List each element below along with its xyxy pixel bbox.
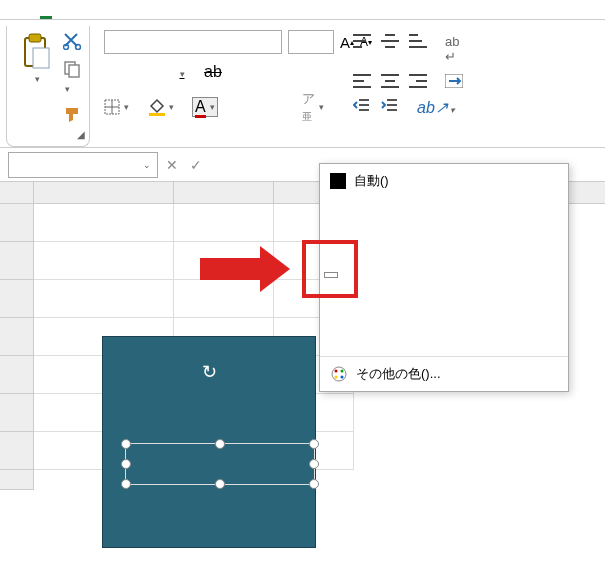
row-header[interactable] — [0, 470, 33, 490]
theme-colors-label — [320, 198, 568, 208]
row-header[interactable] — [0, 242, 33, 280]
bucket-icon — [147, 98, 165, 116]
ribbon-tabs — [0, 0, 605, 20]
row-header[interactable] — [0, 394, 33, 432]
row-header[interactable] — [0, 280, 33, 318]
svg-rect-2 — [33, 48, 49, 68]
theme-color-variants — [320, 218, 568, 336]
bold-button[interactable] — [104, 60, 130, 84]
border-icon — [104, 99, 120, 115]
resize-handle[interactable] — [309, 439, 319, 449]
formula-tools: ✕ ✓ — [166, 157, 214, 173]
fill-color-button[interactable]: ▾ — [147, 98, 174, 116]
column-header[interactable] — [34, 182, 174, 203]
chevron-down-icon: ▾ — [319, 102, 324, 112]
rotate-handle-icon[interactable]: ↻ — [202, 361, 217, 383]
orientation-button[interactable]: ab↗▾ — [417, 98, 455, 117]
row-header[interactable] — [0, 356, 33, 394]
resize-handle[interactable] — [309, 479, 319, 489]
copy-icon — [63, 60, 81, 78]
underline-button[interactable]: ▾ — [168, 60, 194, 84]
cut-button[interactable] — [63, 32, 81, 50]
rectangle-shape[interactable]: ↻ — [102, 336, 316, 548]
scissors-icon — [63, 32, 81, 50]
font-name-select[interactable] — [104, 30, 282, 54]
automatic-label: 自動() — [354, 172, 389, 190]
svg-point-18 — [335, 376, 338, 379]
strikethrough-button[interactable]: ab — [200, 60, 226, 84]
border-button[interactable]: ▾ — [104, 99, 129, 115]
textbox-shape[interactable] — [125, 443, 315, 485]
name-box[interactable]: ⌄ — [8, 152, 158, 178]
row-headers — [0, 204, 34, 490]
tab-home[interactable] — [40, 6, 52, 19]
clipboard-icon — [19, 32, 53, 70]
svg-point-16 — [341, 370, 344, 373]
svg-rect-11 — [149, 113, 165, 116]
svg-point-17 — [341, 376, 344, 379]
tab-draw[interactable] — [96, 6, 108, 19]
increase-indent-button[interactable] — [381, 98, 399, 117]
select-all-corner[interactable] — [0, 182, 34, 203]
black-swatch-icon — [330, 173, 346, 189]
font-color-dropdown: 自動() その他の色()... — [319, 163, 569, 392]
resize-handle[interactable] — [121, 439, 131, 449]
tab-formulas[interactable] — [152, 6, 164, 19]
svg-point-4 — [76, 45, 81, 50]
chevron-down-icon: ▾ — [169, 102, 174, 112]
tab-data[interactable] — [180, 6, 192, 19]
font-a1-button[interactable] — [266, 60, 292, 84]
row-header[interactable] — [0, 204, 33, 242]
decrease-indent-button[interactable] — [353, 98, 371, 117]
align-bottom-button[interactable] — [409, 34, 427, 48]
tab-file[interactable] — [12, 6, 24, 19]
font-a2-button[interactable] — [298, 60, 324, 84]
align-top-button[interactable] — [353, 34, 371, 48]
resize-handle[interactable] — [309, 459, 319, 469]
more-colors-label: その他の色()... — [356, 365, 441, 383]
group-clipboard: ▾ ▾ ◢ — [6, 26, 90, 147]
ribbon: ▾ ▾ ◢ — [0, 20, 605, 148]
tab-insert[interactable] — [68, 6, 80, 19]
wrap-text-button[interactable]: ab↵ — [445, 34, 459, 64]
chevron-down-icon: ▾ — [210, 102, 215, 112]
row-header[interactable] — [0, 432, 33, 470]
automatic-color-item[interactable]: 自動() — [320, 164, 568, 198]
italic-button[interactable] — [136, 60, 162, 84]
group-font: A▴ A▾ ▾ ab ▾ ▾ — [96, 26, 333, 147]
align-right-button[interactable] — [409, 74, 427, 88]
more-colors-item[interactable]: その他の色()... — [320, 357, 568, 391]
merge-button[interactable] — [445, 74, 463, 88]
paintbrush-icon — [63, 106, 81, 124]
color-tooltip — [324, 272, 338, 278]
svg-point-14 — [332, 367, 346, 381]
column-header[interactable] — [174, 182, 274, 203]
chevron-down-icon: ⌄ — [143, 160, 151, 170]
tab-page-layout[interactable] — [124, 6, 136, 19]
align-center-button[interactable] — [381, 74, 399, 88]
copy-button[interactable]: ▾ — [63, 60, 81, 96]
phonetic-button[interactable]: ア亜 ▾ — [302, 90, 324, 124]
resize-handle[interactable] — [215, 479, 225, 489]
resize-handle[interactable] — [121, 479, 131, 489]
resize-handle[interactable] — [121, 459, 131, 469]
svg-point-3 — [64, 45, 69, 50]
row-header[interactable] — [0, 318, 33, 356]
cancel-edit-button[interactable]: ✕ — [166, 157, 178, 173]
format-painter-button[interactable] — [63, 106, 81, 124]
align-middle-button[interactable] — [381, 34, 399, 48]
svg-rect-7 — [66, 108, 78, 114]
group-alignment: ab↵ ab↗▾ — [339, 26, 478, 147]
theme-color-row — [320, 208, 568, 218]
resize-handle[interactable] — [215, 439, 225, 449]
merge-icon — [445, 74, 463, 88]
svg-rect-1 — [29, 34, 41, 42]
dialog-launcher-icon[interactable]: ◢ — [77, 129, 85, 140]
font-size-select[interactable] — [288, 30, 334, 54]
align-left-button[interactable] — [353, 74, 371, 88]
font-color-button[interactable]: A ▾ — [192, 97, 218, 117]
svg-point-15 — [335, 370, 338, 373]
confirm-edit-button[interactable]: ✓ — [190, 157, 202, 173]
paste-button[interactable]: ▾ — [15, 30, 57, 86]
standard-color-row — [320, 346, 568, 356]
